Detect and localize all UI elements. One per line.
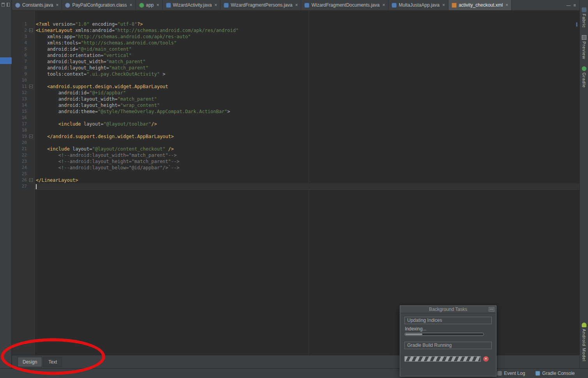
code-line-4: 4 xmlns:tools="http://schemas.android.co…: [12, 40, 579, 46]
editor-tab-constants-java[interactable]: Constants.java×: [12, 0, 62, 10]
hide-tabs-icon[interactable]: —: [567, 3, 571, 7]
code-text[interactable]: android:theme="@style/ThemeOverlay.AppCo…: [35, 108, 579, 115]
fold-marker-icon[interactable]: −: [27, 83, 35, 90]
close-tab-icon[interactable]: ×: [214, 2, 217, 8]
code-text[interactable]: [35, 115, 579, 121]
line-number: 13: [12, 96, 27, 102]
code-line-10: 10: [12, 77, 579, 83]
tab-label: WizardActivity.java: [173, 2, 212, 8]
fold-gutter: [27, 171, 35, 177]
code-line-25: 25: [12, 171, 579, 177]
preview-icon: [582, 35, 586, 40]
code-text[interactable]: [35, 140, 579, 146]
close-tab-icon[interactable]: ×: [505, 2, 508, 8]
code-text[interactable]: [35, 183, 579, 190]
tab-bar-actions: —≡: [563, 0, 579, 10]
close-tab-icon[interactable]: ×: [129, 2, 132, 8]
fold-gutter: [27, 46, 35, 52]
progress-bar-indeterminate: [404, 356, 481, 362]
fold-marker-icon[interactable]: −: [27, 27, 35, 34]
background-task: Updating IndicesIndexing...: [404, 317, 492, 336]
tool-button-gradle[interactable]: Gradle: [582, 63, 586, 91]
code-text[interactable]: <?xml version="1.0" encoding="utf-8"?>: [35, 21, 579, 27]
code-text[interactable]: <include layout="@layout/toolbar"/>: [35, 121, 579, 127]
event-log-button[interactable]: Event Log: [497, 371, 525, 376]
editor-tab-multajustaapp-java[interactable]: MultaJustaApp.java×: [388, 0, 449, 10]
android-studio-window: Constants.java×PayPalConfiguration.class…: [0, 0, 588, 378]
cancel-task-button[interactable]: ×: [483, 356, 489, 362]
code-text[interactable]: xmlns:app="http://schemas.android.com/ap…: [35, 34, 579, 40]
tool-stripe-highlight[interactable]: [0, 57, 12, 64]
line-number: 23: [12, 158, 27, 165]
code-text[interactable]: </LinearLayout>: [35, 177, 579, 183]
editor-tab-wizardfragmentdocuments-java[interactable]: WizardFragmentDocuments.java×: [301, 0, 388, 10]
fold-gutter: [27, 71, 35, 77]
tab-label: app: [146, 2, 154, 8]
left-tool-stripe: [0, 0, 12, 368]
fold-gutter: [27, 21, 35, 27]
editor-tab-wizardactivity-java[interactable]: WizardActivity.java×: [163, 0, 221, 10]
minimize-popup-button[interactable]: —: [489, 307, 494, 312]
tab-label: WizardFragmentPersons.java: [231, 2, 292, 8]
code-text[interactable]: android:layout_width="match_parent": [35, 59, 579, 65]
status-bar-right: Event Log Gradle Console: [497, 371, 588, 376]
code-editor: 1<?xml version="1.0" encoding="utf-8"?>2…: [12, 11, 579, 355]
fold-gutter: [27, 52, 35, 59]
editor-mode-tab-design[interactable]: Design: [18, 357, 42, 367]
code-line-11: 11− <android.support.design.widget.AppBa…: [12, 83, 579, 90]
code-text[interactable]: <!--android:layout_width="match_parent"-…: [35, 152, 579, 158]
code-text[interactable]: xmlns:tools="http://schemas.android.com/…: [35, 40, 579, 46]
code-line-12: 12 android:id="@+id/appbar": [12, 90, 579, 96]
line-number: 3: [12, 34, 27, 40]
tab-list-icon[interactable]: ≡: [574, 3, 576, 7]
editor-tab-app[interactable]: app×: [136, 0, 163, 10]
line-number: 12: [12, 90, 27, 96]
editor-tab-bar: Constants.java×PayPalConfiguration.class…: [12, 0, 579, 11]
code-text[interactable]: tools:context=".ui.pay.CheckOutActivity"…: [35, 71, 579, 77]
code-text[interactable]: android:id="@+id/main_content": [35, 46, 579, 52]
close-tab-icon[interactable]: ×: [382, 2, 385, 8]
fold-marker-icon[interactable]: −: [27, 133, 35, 140]
tool-window-toggle-icon[interactable]: [7, 3, 10, 7]
code-text[interactable]: <!--android:layout_below="@id/appbar"/>`…: [35, 165, 579, 171]
tool-button-fabric[interactable]: Fabric: [582, 4, 586, 32]
popup-title-bar[interactable]: Background Tasks —: [400, 306, 496, 313]
editor-tab-activity-checkout-xml[interactable]: activity_checkout.xml×: [449, 0, 512, 10]
close-tab-icon[interactable]: ×: [295, 2, 298, 8]
tool-button-android-model[interactable]: Android Model: [582, 319, 586, 365]
code-line-5: 5 android:id="@+id/main_content": [12, 46, 579, 52]
code-text[interactable]: android:layout_width="match_parent": [35, 96, 579, 102]
editor-tab-paypalconfiguration-class[interactable]: PayPalConfiguration.class×: [62, 0, 136, 10]
editor-mode-tab-text[interactable]: Text: [43, 357, 62, 367]
code-text[interactable]: android:layout_height="wrap_content": [35, 102, 579, 108]
tool-button-label: Gradle: [582, 73, 586, 88]
code-text[interactable]: [35, 127, 579, 133]
code-text[interactable]: android:id="@+id/appbar": [35, 90, 579, 96]
line-number: 21: [12, 146, 27, 152]
code-text[interactable]: <LinearLayout xmlns:android="http://sche…: [35, 27, 579, 34]
tool-window-toggle-icon[interactable]: [2, 3, 5, 7]
code-text[interactable]: android:layout_height="match_parent": [35, 65, 579, 71]
fold-gutter: [27, 183, 35, 190]
code-text[interactable]: <android.support.design.widget.AppBarLay…: [35, 83, 579, 90]
close-tab-icon[interactable]: ×: [442, 2, 445, 8]
close-tab-icon[interactable]: ×: [56, 2, 58, 8]
line-number: 27: [12, 183, 27, 190]
code-text[interactable]: [35, 171, 579, 177]
code-text[interactable]: <include layout="@layout/content_checkou…: [35, 146, 579, 152]
code-text[interactable]: <!--android:layout_height="match_parent"…: [35, 158, 579, 165]
fold-gutter: [27, 158, 35, 165]
right-stripe-top: FabricPreviewGradle: [582, 4, 586, 91]
java-file-icon: [15, 3, 20, 8]
fold-gutter: [27, 77, 35, 83]
fold-marker-icon[interactable]: −: [27, 177, 35, 183]
tool-button-preview[interactable]: Preview: [582, 32, 586, 63]
code-line-27: 27: [12, 183, 579, 190]
code-text[interactable]: android:orientation="vertical": [35, 52, 579, 59]
gradle-console-button[interactable]: Gradle Console: [535, 371, 575, 376]
editor-mode-tabs: DesignText: [18, 357, 63, 367]
code-text[interactable]: </android.support.design.widget.AppBarLa…: [35, 133, 579, 140]
close-tab-icon[interactable]: ×: [157, 2, 159, 8]
code-text[interactable]: [35, 77, 579, 83]
editor-tab-wizardfragmentpersons-java[interactable]: WizardFragmentPersons.java×: [221, 0, 301, 10]
